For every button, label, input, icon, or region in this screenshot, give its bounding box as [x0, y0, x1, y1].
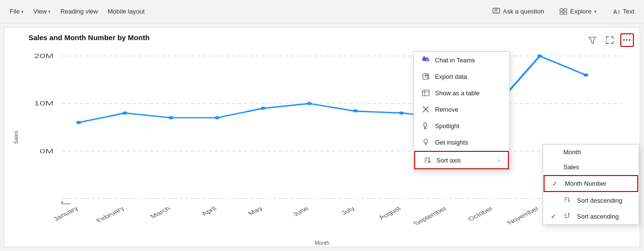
view-menu[interactable]: View ▾	[29, 6, 55, 17]
svg-point-39	[537, 55, 542, 58]
svg-text:October: October	[466, 206, 495, 222]
topbar-left: File ▾ View ▾ Reading view Mobile layout	[6, 6, 489, 17]
mobile-layout-menu[interactable]: Mobile layout	[104, 6, 149, 17]
sort-ascending-icon	[563, 212, 570, 221]
chart-svg: 20M 10M 0M January February March April …	[28, 45, 632, 225]
svg-text:September: September	[411, 206, 448, 225]
chart-title: Sales and Month Number by Month	[28, 33, 632, 42]
svg-rect-0	[493, 8, 500, 13]
svg-rect-49	[423, 74, 428, 79]
svg-point-35	[353, 109, 358, 113]
context-menu: Chat in Teams Export data S	[413, 51, 510, 170]
export-data-label: Export data	[435, 73, 467, 80]
svg-point-30	[122, 111, 127, 115]
svg-marker-9	[589, 37, 596, 44]
svg-rect-46	[426, 59, 429, 61]
get-insights-label: Get insights	[435, 139, 468, 146]
svg-rect-52	[422, 90, 429, 96]
svg-point-33	[261, 107, 266, 110]
table-icon	[421, 89, 430, 97]
svg-text:January: January	[51, 205, 80, 222]
svg-rect-4	[564, 9, 567, 11]
spotlight-item[interactable]: Spotlight	[414, 118, 509, 134]
chat-in-teams-item[interactable]: Chat in Teams	[414, 52, 509, 68]
chat-icon	[492, 8, 500, 15]
month-number-label: Month Number	[565, 180, 606, 187]
view-chevron: ▾	[48, 9, 51, 14]
chat-in-teams-label: Chat in Teams	[435, 57, 475, 64]
export-data-item[interactable]: Export data	[414, 68, 509, 85]
mobile-layout-label: Mobile layout	[108, 8, 145, 15]
show-as-table-label: Show as a table	[435, 89, 480, 97]
svg-point-48	[423, 56, 425, 58]
text-label: Text	[623, 8, 634, 15]
sort-axis-item[interactable]: Sort axis ›	[414, 151, 509, 169]
sort-axis-icon	[423, 156, 432, 164]
remove-label: Remove	[435, 106, 458, 113]
svg-text:10M: 10M	[34, 100, 54, 107]
svg-text:November: November	[505, 206, 541, 225]
svg-text:July: July	[339, 205, 357, 216]
svg-rect-3	[560, 9, 563, 11]
svg-point-61	[424, 139, 428, 143]
sort-ascending-label: Sort ascending	[577, 213, 619, 220]
svg-text:20M: 20M	[34, 52, 54, 59]
svg-rect-57	[424, 123, 426, 127]
get-insights-item[interactable]: Get insights	[414, 134, 509, 150]
svg-point-32	[214, 116, 219, 119]
svg-text:February: February	[94, 205, 126, 223]
sort-ascending-check: ✓	[551, 213, 559, 220]
svg-text:August: August	[377, 206, 403, 221]
filter-button[interactable]	[586, 33, 599, 47]
main-area: Sales and Month Number by Month Sales ··…	[0, 23, 644, 251]
sort-descending-icon	[563, 196, 570, 205]
svg-text:June: June	[291, 206, 310, 217]
chart-icons: ···	[586, 33, 634, 47]
spotlight-label: Spotlight	[435, 122, 460, 130]
svg-text:March: March	[148, 206, 172, 220]
explore-label: Explore	[570, 8, 591, 15]
show-as-table-item[interactable]: Show as a table	[414, 85, 509, 101]
topbar: File ▾ View ▾ Reading view Mobile layout…	[0, 0, 644, 23]
explore-button[interactable]: Explore ▾	[556, 6, 601, 17]
month-number-check: ✓	[552, 180, 560, 187]
month-number-subitem[interactable]: ✓ Month Number	[544, 175, 638, 192]
sort-axis-label: Sort axis	[436, 157, 461, 164]
file-menu[interactable]: File ▾	[6, 6, 28, 17]
spotlight-icon	[421, 121, 430, 130]
ellipsis-icon: ···	[623, 35, 631, 45]
svg-point-47	[427, 57, 429, 59]
svg-point-36	[399, 111, 404, 115]
remove-item[interactable]: Remove	[414, 101, 509, 118]
month-label: Month	[563, 148, 581, 156]
lightbulb-icon	[421, 138, 430, 147]
y-axis-label: Sales	[13, 131, 19, 144]
svg-line-59	[425, 127, 426, 129]
text-icon: A	[612, 8, 620, 15]
sort-ascending-subitem[interactable]: ✓ Sort ascending	[543, 208, 639, 224]
sales-label: Sales	[563, 163, 579, 171]
file-label: File	[10, 8, 20, 15]
svg-point-34	[307, 102, 311, 105]
svg-rect-6	[564, 12, 567, 15]
more-options-button[interactable]: ···	[620, 33, 634, 47]
sales-subitem[interactable]: Sales	[543, 160, 639, 175]
expand-button[interactable]	[603, 33, 616, 47]
reading-view-label: Reading view	[60, 8, 98, 15]
submenu: Month Sales ✓ Month Number Sort descendi…	[543, 144, 639, 225]
month-subitem[interactable]: Month	[543, 145, 639, 160]
svg-point-40	[583, 74, 588, 77]
sort-descending-subitem[interactable]: Sort descending	[543, 192, 639, 208]
svg-rect-5	[560, 12, 563, 15]
text-button[interactable]: A Text	[608, 6, 638, 17]
svg-text:May: May	[246, 205, 265, 216]
svg-point-31	[168, 116, 173, 119]
sort-descending-label: Sort descending	[577, 197, 622, 204]
reading-view-menu[interactable]: Reading view	[56, 6, 102, 17]
teams-icon	[421, 56, 430, 64]
sort-axis-arrow: ›	[498, 157, 500, 163]
explore-icon	[560, 8, 567, 15]
export-icon	[421, 72, 430, 81]
ask-question-button[interactable]: Ask a question	[489, 6, 548, 17]
topbar-right: Ask a question Explore ▾ A Text	[489, 6, 638, 17]
